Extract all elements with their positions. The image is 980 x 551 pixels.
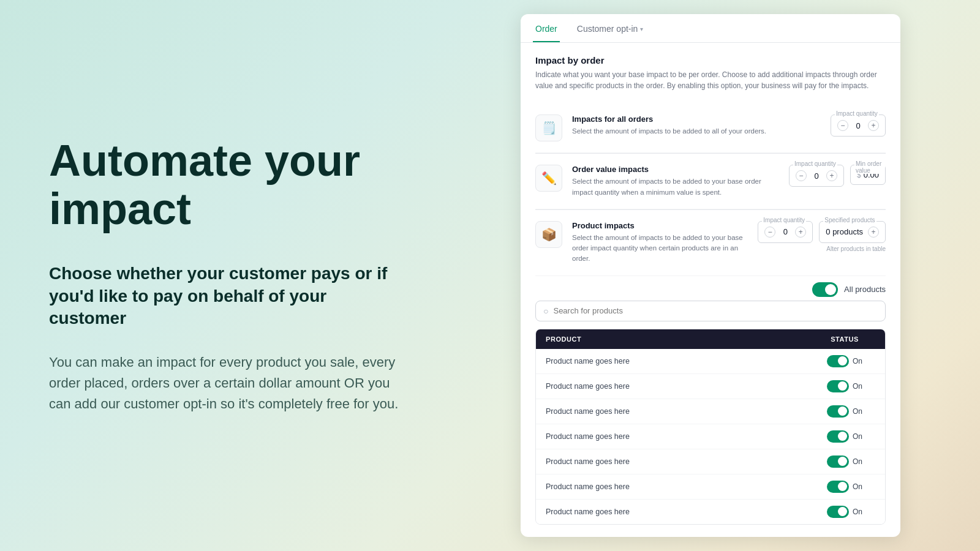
product-qty-decrement[interactable]: − [764, 227, 775, 238]
table-row: Product name goes here On [536, 424, 885, 449]
product-name: Product name goes here [546, 457, 814, 466]
product-status: On [814, 380, 875, 392]
product-toggle[interactable] [827, 430, 849, 443]
product-impacts-icon: 📦 [535, 221, 562, 248]
all-orders-qty-box: Impact quantity − 0 + [831, 114, 886, 137]
section-title: Impact by order [535, 55, 886, 66]
order-value-qty-label: Impact quantity [793, 160, 837, 167]
section-desc: Indicate what you want your base impact … [535, 69, 886, 91]
all-orders-qty-increment[interactable]: + [868, 120, 879, 131]
product-name: Product name goes here [546, 357, 814, 365]
spec-products-inner: 0 products + [823, 223, 881, 241]
all-orders-icon: 🗒️ [535, 114, 562, 141]
order-value-qty-increment[interactable]: + [826, 170, 837, 181]
chevron-down-icon: ▾ [640, 26, 643, 32]
table-row: Product name goes here On [536, 349, 885, 374]
product-status-label: On [853, 457, 862, 466]
product-impacts-label: Product impacts [572, 221, 748, 230]
table-row: Product name goes here On [536, 374, 885, 399]
product-toggle[interactable] [827, 481, 849, 493]
spec-products-box: Specified products 0 products + [819, 221, 886, 243]
product-qty-inner: − 0 + [762, 223, 809, 241]
card-body: Impact by order Indicate what you want y… [521, 43, 900, 536]
all-orders-qty-decrement[interactable]: − [837, 120, 848, 131]
order-value-qty-value: 0 [812, 171, 821, 181]
right-panel: Order Customer opt-in ▾ Impact by order … [453, 2, 980, 549]
product-status-label: On [853, 508, 862, 516]
spec-products-add[interactable]: + [868, 227, 879, 238]
product-status: On [814, 355, 875, 367]
tabs-bar: Order Customer opt-in ▾ [521, 14, 900, 43]
impact-row-order-value: ✏️ Order value impacts Select the amount… [535, 154, 886, 209]
order-value-desc: Select the amount of impacts to be added… [572, 176, 779, 198]
product-name: Product name goes here [546, 482, 814, 491]
all-orders-label: Impacts for all orders [572, 114, 821, 124]
table-row: Product name goes here On [536, 500, 885, 524]
product-status: On [814, 405, 875, 418]
search-row[interactable]: ○ [535, 301, 886, 321]
table-row: Product name goes here On [536, 474, 885, 500]
product-toggle[interactable] [827, 455, 849, 468]
spec-products-wrapper: Specified products 0 products + Alter pr… [819, 221, 886, 252]
product-qty-box: Impact quantity − 0 + [758, 221, 813, 243]
search-icon: ○ [543, 306, 548, 316]
product-name: Product name goes here [546, 432, 814, 441]
all-orders-qty-value: 0 [853, 121, 863, 130]
subheadline: Choose whether your customer pays or if … [49, 263, 404, 329]
product-toggle[interactable] [827, 405, 849, 418]
product-name: Product name goes here [546, 407, 814, 416]
product-status: On [814, 430, 875, 443]
product-impacts-info: Product impacts Select the amount of imp… [572, 221, 748, 264]
alter-products-text: Alter products in table [819, 246, 886, 252]
order-value-label: Order value impacts [572, 165, 779, 174]
left-panel: Automate your impact Choose whether your… [0, 100, 453, 451]
all-orders-qty-label: Impact quantity [835, 110, 879, 117]
tab-order[interactable]: Order [533, 14, 560, 42]
product-status-label: On [853, 482, 862, 491]
order-value-qty-decrement[interactable]: − [796, 170, 807, 181]
product-toggle[interactable] [827, 506, 849, 518]
all-products-toggle[interactable] [812, 282, 838, 297]
product-status-label: On [853, 407, 862, 416]
order-value-qty-inner: − 0 + [793, 167, 840, 185]
impact-row-product: 📦 Product impacts Select the amount of i… [535, 210, 886, 276]
product-status: On [814, 455, 875, 468]
min-order-box: Min order value $ 0.00 [850, 165, 886, 185]
product-status-label: On [853, 432, 862, 441]
spec-products-label: Specified products [823, 217, 876, 223]
product-status-label: On [853, 382, 862, 391]
product-toggle[interactable] [827, 380, 849, 392]
all-orders-info: Impacts for all orders Select the amount… [572, 114, 821, 137]
order-value-controls: Impact quantity − 0 + Min order value $ … [789, 165, 886, 187]
spec-products-value: 0 products [826, 227, 863, 236]
table-row: Product name goes here On [536, 399, 885, 424]
impact-row-all-orders: 🗒️ Impacts for all orders Select the amo… [535, 103, 886, 153]
table-row: Product name goes here On [536, 449, 885, 474]
col-status: STATUS [814, 335, 875, 343]
col-product: PRODUCT [546, 335, 814, 343]
product-status-label: On [853, 357, 862, 365]
table-header: PRODUCT STATUS [536, 329, 885, 349]
product-status: On [814, 506, 875, 518]
order-value-icon: ✏️ [535, 165, 562, 192]
all-products-label: All products [844, 285, 886, 294]
product-toggle[interactable] [827, 355, 849, 367]
product-qty-value: 0 [780, 227, 790, 236]
product-name: Product name goes here [546, 382, 814, 391]
min-order-label: Min order value [854, 160, 885, 174]
product-qty-label: Impact quantity [762, 217, 806, 223]
search-input[interactable] [553, 306, 878, 315]
main-card: Order Customer opt-in ▾ Impact by order … [521, 14, 900, 536]
all-orders-desc: Select the amount of impacts to be added… [572, 126, 821, 137]
product-impacts-controls: Impact quantity − 0 + Specified products… [758, 221, 886, 252]
product-qty-increment[interactable]: + [795, 227, 806, 238]
table-rows: Product name goes here On Product name g… [536, 349, 885, 524]
main-headline: Automate your impact [49, 137, 404, 233]
order-value-info: Order value impacts Select the amount of… [572, 165, 779, 198]
product-impacts-desc: Select the amount of impacts to be added… [572, 233, 748, 264]
tab-customer-optin[interactable]: Customer opt-in ▾ [575, 14, 646, 42]
all-products-toggle-row: All products [535, 276, 886, 301]
all-orders-qty-inner: − 0 + [835, 116, 881, 135]
product-name: Product name goes here [546, 508, 814, 516]
order-value-qty-box: Impact quantity − 0 + [789, 165, 844, 187]
